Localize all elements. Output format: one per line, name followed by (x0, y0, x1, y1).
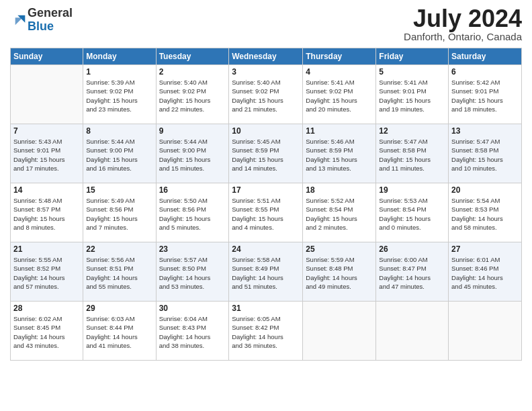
calendar-cell: 29Sunrise: 6:03 AM Sunset: 8:44 PM Dayli… (83, 302, 156, 361)
day-info: Sunrise: 5:53 AM Sunset: 8:54 PM Dayligh… (379, 196, 445, 232)
calendar-table: SundayMondayTuesdayWednesdayThursdayFrid… (10, 48, 522, 361)
day-number: 20 (451, 185, 519, 195)
day-number: 14 (13, 185, 80, 195)
day-number: 9 (159, 126, 226, 136)
day-info: Sunrise: 5:55 AM Sunset: 8:52 PM Dayligh… (13, 255, 80, 291)
day-number: 7 (13, 126, 80, 136)
day-info: Sunrise: 5:42 AM Sunset: 9:01 PM Dayligh… (451, 78, 519, 113)
calendar-cell (449, 302, 522, 361)
logo: General Blue (10, 7, 73, 34)
header: General Blue July 2024 Danforth, Ontario… (10, 7, 522, 42)
title-section: July 2024 Danforth, Ontario, Canada (404, 7, 522, 42)
calendar-week-row: 28Sunrise: 6:02 AM Sunset: 8:45 PM Dayli… (11, 302, 522, 361)
day-number: 5 (379, 67, 445, 77)
calendar-cell: 28Sunrise: 6:02 AM Sunset: 8:45 PM Dayli… (11, 302, 83, 361)
day-info: Sunrise: 5:44 AM Sunset: 9:00 PM Dayligh… (159, 137, 226, 173)
column-header-friday: Friday (376, 48, 449, 65)
day-info: Sunrise: 5:39 AM Sunset: 9:02 PM Dayligh… (86, 78, 152, 113)
day-number: 27 (451, 244, 519, 254)
day-info: Sunrise: 5:44 AM Sunset: 9:00 PM Dayligh… (86, 137, 152, 173)
calendar-cell (376, 302, 449, 361)
calendar-cell: 26Sunrise: 6:00 AM Sunset: 8:47 PM Dayli… (376, 242, 449, 302)
day-number: 16 (159, 185, 226, 195)
calendar-cell: 21Sunrise: 5:55 AM Sunset: 8:52 PM Dayli… (11, 242, 83, 302)
calendar-cell: 2Sunrise: 5:40 AM Sunset: 9:02 PM Daylig… (156, 65, 229, 124)
logo-text: General Blue (28, 7, 73, 34)
day-info: Sunrise: 5:40 AM Sunset: 9:02 PM Dayligh… (232, 78, 300, 113)
day-number: 22 (86, 244, 152, 254)
day-info: Sunrise: 6:04 AM Sunset: 8:43 PM Dayligh… (159, 314, 226, 350)
day-number: 2 (159, 67, 226, 77)
logo-icon (13, 13, 28, 28)
day-info: Sunrise: 6:05 AM Sunset: 8:42 PM Dayligh… (232, 314, 300, 350)
day-info: Sunrise: 5:45 AM Sunset: 8:59 PM Dayligh… (232, 137, 300, 173)
calendar-cell: 31Sunrise: 6:05 AM Sunset: 8:42 PM Dayli… (229, 302, 303, 361)
column-header-saturday: Saturday (449, 48, 522, 65)
calendar-cell: 27Sunrise: 6:01 AM Sunset: 8:46 PM Dayli… (449, 242, 522, 302)
calendar-cell: 19Sunrise: 5:53 AM Sunset: 8:54 PM Dayli… (376, 183, 449, 242)
calendar-cell: 4Sunrise: 5:41 AM Sunset: 9:02 PM Daylig… (303, 65, 376, 124)
calendar-cell: 1Sunrise: 5:39 AM Sunset: 9:02 PM Daylig… (83, 65, 156, 124)
day-info: Sunrise: 5:43 AM Sunset: 9:01 PM Dayligh… (13, 137, 80, 173)
calendar-cell: 18Sunrise: 5:52 AM Sunset: 8:54 PM Dayli… (303, 183, 376, 242)
calendar-cell: 30Sunrise: 6:04 AM Sunset: 8:43 PM Dayli… (156, 302, 229, 361)
day-number: 24 (232, 244, 300, 254)
calendar-cell: 24Sunrise: 5:58 AM Sunset: 8:49 PM Dayli… (229, 242, 303, 302)
column-header-thursday: Thursday (303, 48, 376, 65)
column-header-sunday: Sunday (11, 48, 83, 65)
day-number: 26 (379, 244, 445, 254)
logo-general: General (28, 7, 73, 20)
calendar-cell: 15Sunrise: 5:49 AM Sunset: 8:56 PM Dayli… (83, 183, 156, 242)
calendar-cell: 7Sunrise: 5:43 AM Sunset: 9:01 PM Daylig… (11, 124, 83, 183)
day-info: Sunrise: 5:59 AM Sunset: 8:48 PM Dayligh… (306, 255, 373, 291)
svg-marker-1 (15, 17, 23, 25)
day-number: 19 (379, 185, 445, 195)
calendar-cell: 3Sunrise: 5:40 AM Sunset: 9:02 PM Daylig… (229, 65, 303, 124)
day-info: Sunrise: 6:03 AM Sunset: 8:44 PM Dayligh… (86, 314, 152, 350)
day-info: Sunrise: 6:00 AM Sunset: 8:47 PM Dayligh… (379, 255, 445, 291)
calendar-cell (303, 302, 376, 361)
calendar-cell: 25Sunrise: 5:59 AM Sunset: 8:48 PM Dayli… (303, 242, 376, 302)
day-number: 13 (451, 126, 519, 136)
day-number: 11 (306, 126, 373, 136)
logo-blue: Blue (28, 20, 73, 34)
calendar-cell: 12Sunrise: 5:47 AM Sunset: 8:58 PM Dayli… (376, 124, 449, 183)
day-info: Sunrise: 5:50 AM Sunset: 8:56 PM Dayligh… (159, 196, 226, 232)
month-year: July 2024 (404, 7, 522, 31)
day-number: 4 (306, 67, 373, 77)
calendar-cell: 14Sunrise: 5:48 AM Sunset: 8:57 PM Dayli… (11, 183, 83, 242)
day-info: Sunrise: 5:56 AM Sunset: 8:51 PM Dayligh… (86, 255, 152, 291)
calendar-cell: 8Sunrise: 5:44 AM Sunset: 9:00 PM Daylig… (83, 124, 156, 183)
day-info: Sunrise: 5:49 AM Sunset: 8:56 PM Dayligh… (86, 196, 152, 232)
calendar-cell: 13Sunrise: 5:47 AM Sunset: 8:58 PM Dayli… (449, 124, 522, 183)
calendar-cell: 17Sunrise: 5:51 AM Sunset: 8:55 PM Dayli… (229, 183, 303, 242)
calendar-week-row: 7Sunrise: 5:43 AM Sunset: 9:01 PM Daylig… (11, 124, 522, 183)
day-info: Sunrise: 5:41 AM Sunset: 9:02 PM Dayligh… (306, 78, 373, 113)
day-number: 3 (232, 67, 300, 77)
day-number: 6 (451, 67, 519, 77)
day-info: Sunrise: 5:48 AM Sunset: 8:57 PM Dayligh… (13, 196, 80, 232)
day-info: Sunrise: 6:01 AM Sunset: 8:46 PM Dayligh… (451, 255, 519, 291)
day-number: 31 (232, 304, 300, 313)
day-info: Sunrise: 5:47 AM Sunset: 8:58 PM Dayligh… (379, 137, 445, 173)
calendar-header-row: SundayMondayTuesdayWednesdayThursdayFrid… (11, 48, 522, 65)
day-info: Sunrise: 5:40 AM Sunset: 9:02 PM Dayligh… (159, 78, 226, 113)
calendar-cell: 23Sunrise: 5:57 AM Sunset: 8:50 PM Dayli… (156, 242, 229, 302)
day-number: 17 (232, 185, 300, 195)
calendar-cell (11, 65, 83, 124)
day-number: 23 (159, 244, 226, 254)
day-info: Sunrise: 5:51 AM Sunset: 8:55 PM Dayligh… (232, 196, 300, 232)
day-number: 10 (232, 126, 300, 136)
calendar-cell: 6Sunrise: 5:42 AM Sunset: 9:01 PM Daylig… (449, 65, 522, 124)
day-number: 21 (13, 244, 80, 254)
column-header-tuesday: Tuesday (156, 48, 229, 65)
day-number: 25 (306, 244, 373, 254)
day-info: Sunrise: 5:41 AM Sunset: 9:01 PM Dayligh… (379, 78, 445, 113)
calendar-cell: 11Sunrise: 5:46 AM Sunset: 8:59 PM Dayli… (303, 124, 376, 183)
calendar-cell: 5Sunrise: 5:41 AM Sunset: 9:01 PM Daylig… (376, 65, 449, 124)
calendar-cell: 22Sunrise: 5:56 AM Sunset: 8:51 PM Dayli… (83, 242, 156, 302)
calendar-cell: 16Sunrise: 5:50 AM Sunset: 8:56 PM Dayli… (156, 183, 229, 242)
day-info: Sunrise: 5:47 AM Sunset: 8:58 PM Dayligh… (451, 137, 519, 173)
calendar-week-row: 21Sunrise: 5:55 AM Sunset: 8:52 PM Dayli… (11, 242, 522, 302)
day-number: 30 (159, 304, 226, 313)
